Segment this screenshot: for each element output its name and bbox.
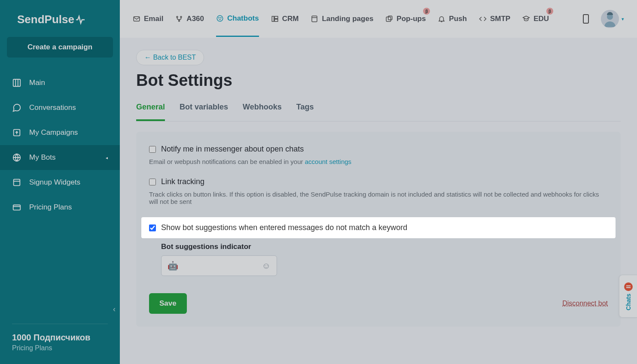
linktracking-row[interactable]: Link tracking — [149, 177, 608, 186]
topnav-label: Chatbots — [227, 14, 259, 23]
bell-icon — [438, 15, 445, 23]
chats-label: Chats — [625, 294, 632, 310]
avatar-dropdown-icon[interactable]: ▾ — [622, 16, 624, 22]
sidebar-item-main[interactable]: Main — [0, 70, 120, 95]
mobile-icon[interactable] — [583, 14, 589, 24]
topnav-smtp[interactable]: SMTP — [479, 2, 510, 36]
svg-rect-15 — [312, 16, 317, 22]
indicator-label: Bot suggestions indicator — [161, 243, 608, 251]
topnav-label: SMTP — [490, 15, 510, 23]
edu-icon — [522, 15, 530, 23]
back-link[interactable]: ← Back to BEST — [136, 50, 204, 65]
sidebar-item-mybots[interactable]: My Bots ◂ — [0, 145, 120, 170]
card-icon — [12, 203, 21, 212]
topnav-label: Landing pages — [322, 15, 373, 23]
landing-icon — [311, 15, 318, 23]
sidebar-item-label: My Bots — [29, 153, 55, 162]
indicator-emoji: 🤖 — [168, 261, 178, 271]
topnav-label: A360 — [186, 15, 204, 23]
sidebar-item-label: Main — [29, 79, 45, 87]
topnav-landing[interactable]: Landing pages — [311, 2, 373, 36]
globe-icon — [12, 153, 21, 162]
sidebar-collapse-button[interactable]: ‹ — [113, 305, 116, 314]
svg-point-9 — [217, 15, 223, 21]
topnav-push[interactable]: Push — [438, 2, 467, 36]
suggestions-row[interactable]: Show bot suggestions when entered messag… — [141, 217, 616, 238]
upload-icon — [12, 128, 21, 137]
svg-rect-3 — [14, 179, 20, 186]
notify-row[interactable]: Notify me in messenger about open chats — [149, 145, 608, 154]
sidebar-item-widgets[interactable]: Signup Widgets — [0, 170, 120, 195]
sidebar-item-conversations[interactable]: Conversations — [0, 95, 120, 120]
beta-badge: β — [546, 8, 553, 15]
svg-point-6 — [177, 16, 178, 18]
topnav-edu[interactable]: EDU β — [522, 2, 549, 36]
topnav-popups[interactable]: Pop-ups β — [385, 2, 426, 36]
chatbots-icon — [216, 15, 224, 22]
notify-label: Notify me in messenger about open chats — [161, 145, 304, 154]
svg-point-11 — [221, 17, 222, 18]
chat-icon — [12, 103, 21, 112]
logo-pulse-icon — [75, 15, 85, 25]
linktracking-help: Track clicks on button links. If this op… — [149, 191, 608, 205]
tabs: General Bot variables Webhooks Tags — [136, 103, 621, 121]
settings-panel: Notify me in messenger about open chats … — [136, 132, 621, 327]
topbar: Email A360 Chatbots CRM Landing pages Po… — [120, 0, 637, 38]
linktracking-checkbox[interactable] — [149, 179, 156, 185]
suggestions-checkbox[interactable] — [149, 224, 156, 231]
sidebar: SendPulse Create a campaign Main Convers… — [0, 0, 120, 364]
topnav-chatbots[interactable]: Chatbots — [216, 1, 259, 37]
account-settings-link[interactable]: account settings — [305, 158, 351, 165]
topnav-label: Email — [144, 15, 163, 23]
beta-badge: β — [423, 8, 430, 15]
chats-sidebar-tab[interactable]: Chats — [619, 275, 637, 318]
svg-rect-13 — [274, 16, 278, 18]
sidebar-item-label: Signup Widgets — [29, 178, 80, 187]
topnav-label: EDU — [533, 15, 549, 23]
grid-icon — [12, 78, 21, 88]
svg-rect-0 — [13, 79, 21, 87]
topnav-email[interactable]: Email — [133, 2, 163, 36]
topnav-crm[interactable]: CRM — [271, 2, 299, 36]
topnav-label: CRM — [282, 15, 299, 23]
popup-icon — [385, 15, 393, 23]
plan-label[interactable]: Pricing Plans — [12, 344, 108, 352]
create-campaign-button[interactable]: Create a campaign — [7, 37, 113, 58]
page-title: Bot Settings — [136, 71, 621, 90]
disconnect-link[interactable]: Disconnect bot — [562, 300, 608, 307]
notify-checkbox[interactable] — [149, 146, 156, 153]
code-icon — [479, 15, 487, 23]
indicator-input[interactable]: 🤖 ☺ — [161, 255, 277, 276]
svg-rect-17 — [388, 16, 392, 20]
chevron-left-icon: ◂ — [106, 155, 108, 160]
topnav-label: Push — [449, 15, 467, 23]
svg-rect-14 — [274, 19, 278, 21]
notify-help: Email or webpush notifications can be en… — [149, 158, 608, 165]
mail-icon — [133, 15, 140, 23]
tab-tags[interactable]: Tags — [296, 103, 314, 121]
widget-icon — [12, 178, 21, 187]
sidebar-item-label: Conversations — [29, 103, 76, 112]
avatar[interactable] — [601, 10, 619, 28]
topnav-a360[interactable]: A360 — [175, 2, 204, 36]
svg-point-10 — [219, 17, 219, 18]
tab-webhooks[interactable]: Webhooks — [243, 103, 282, 121]
logo[interactable]: SendPulse — [0, 0, 120, 37]
svg-point-7 — [180, 16, 182, 18]
linktracking-label: Link tracking — [161, 177, 204, 186]
tab-variables[interactable]: Bot variables — [180, 103, 228, 121]
crm-icon — [271, 15, 279, 23]
sidebar-item-label: Pricing Plans — [29, 203, 72, 212]
suggestions-label: Show bot suggestions when entered messag… — [161, 223, 407, 232]
content: ← Back to BEST Bot Settings General Bot … — [120, 38, 637, 364]
emoji-picker-icon[interactable]: ☺ — [262, 261, 271, 271]
sidebar-item-pricing[interactable]: Pricing Plans — [0, 195, 120, 220]
svg-rect-4 — [13, 205, 21, 210]
subscribers-count: 1000 Подписчиков — [12, 333, 108, 343]
sidebar-item-campaigns[interactable]: My Campaigns — [0, 120, 120, 145]
logo-text: SendPulse — [17, 13, 74, 26]
tab-general[interactable]: General — [136, 103, 165, 121]
save-button[interactable]: Save — [149, 293, 187, 314]
svg-rect-12 — [272, 16, 274, 21]
chat-bubble-icon — [624, 282, 633, 291]
